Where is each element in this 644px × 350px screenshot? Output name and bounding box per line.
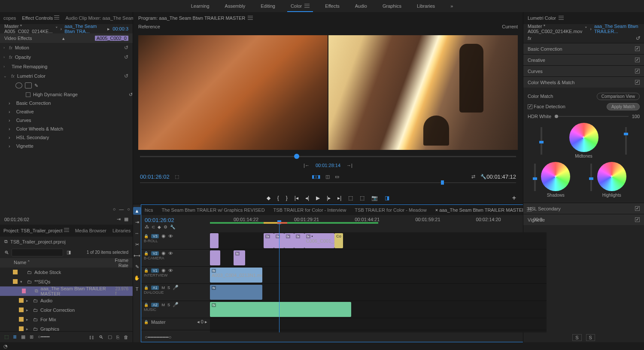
section-toggle[interactable] <box>635 46 640 51</box>
section-basic-correction[interactable]: Basic Correction <box>523 43 644 54</box>
highlights-wheel[interactable] <box>597 162 626 191</box>
expand-icon[interactable]: › <box>3 64 5 69</box>
section-toggle[interactable] <box>635 217 640 222</box>
compare-side-icon[interactable]: ◧◨ <box>312 174 320 180</box>
shadows-luma-slider[interactable] <box>534 164 536 191</box>
sub-hsl-secondary[interactable]: HSL Secondary <box>16 135 49 140</box>
tab-scopes[interactable]: copes <box>3 15 16 21</box>
eye-icon[interactable]: 👁 <box>168 268 173 273</box>
solo-s-button[interactable]: S <box>572 334 581 341</box>
workspace-assembly[interactable]: Assembly <box>217 0 253 12</box>
workspace-color[interactable]: Color <box>283 0 317 12</box>
track-target[interactable]: A1 <box>151 286 159 290</box>
label-swatch[interactable] <box>19 307 24 312</box>
button-editor-icon[interactable]: + <box>512 194 516 202</box>
clip[interactable]: fx ▪ C006_C001_20 <box>304 233 335 248</box>
expand-icon[interactable]: › <box>9 118 10 123</box>
clip[interactable]: fx <box>294 233 304 248</box>
label-swatch[interactable] <box>19 298 24 303</box>
compare-icon[interactable]: ◨ <box>385 195 389 201</box>
toggle-output-icon[interactable]: ◉ <box>161 250 166 256</box>
pen-tool[interactable]: ✎ <box>133 263 141 271</box>
face-detection-checkbox[interactable] <box>528 104 532 109</box>
timeline-ruler[interactable]: 00:01:14:22 00:01:29:21 00:01:44:21 00:0… <box>210 215 547 232</box>
reference-viewer[interactable] <box>138 35 328 150</box>
workspace-audio[interactable]: Audio <box>347 0 375 12</box>
reset-icon[interactable]: ↺ <box>635 35 640 41</box>
new-item-icon[interactable]: ⎘ <box>116 335 119 340</box>
midtones-sat-slider[interactable] <box>625 127 627 155</box>
solo-icon[interactable]: S <box>167 303 170 307</box>
zoom-in-icon[interactable]: ○ <box>127 207 130 212</box>
lock-icon[interactable]: 🔒 <box>144 251 149 256</box>
expand-icon[interactable]: › <box>9 135 10 140</box>
effect-time-remapping[interactable]: Time Remapping <box>12 64 47 69</box>
hand-tool[interactable]: ✋ <box>133 274 141 282</box>
reset-icon[interactable]: ↺ <box>129 92 133 97</box>
sequence-menu-icon[interactable] <box>527 207 532 212</box>
export-frame-icon[interactable]: 📷 <box>371 195 378 201</box>
highlights-luma-slider[interactable] <box>590 164 592 191</box>
track-name[interactable]: DIALOGUE <box>144 290 207 295</box>
section-toggle[interactable] <box>635 206 640 211</box>
voice-icon[interactable]: 🎤 <box>173 285 179 290</box>
sub-vignette[interactable]: Vignette <box>16 143 33 149</box>
clip[interactable]: fx A003_C004_0213N1.mov <box>210 268 262 283</box>
go-to-out-icon[interactable]: ▸| <box>337 195 341 201</box>
toggle-output-icon[interactable]: ◉ <box>161 268 166 273</box>
workspace-libraries[interactable]: Libraries <box>409 0 443 12</box>
chevron-down-icon[interactable]: ˅ <box>585 26 587 32</box>
find-icon[interactable]: 🔍︎ <box>99 335 103 340</box>
track-target[interactable]: V2 <box>151 251 159 256</box>
project-row[interactable]: ▸🗀Audio <box>0 296 133 305</box>
list-view-icon[interactable]: ≣ <box>13 334 17 340</box>
snap-icon[interactable]: ⁂ <box>145 225 149 229</box>
clip[interactable] <box>210 250 220 265</box>
clip[interactable]: fx <box>284 233 295 248</box>
in-icon[interactable]: { <box>277 195 279 201</box>
mute-icon[interactable]: M <box>161 286 165 290</box>
track-target[interactable]: A2 <box>151 303 159 307</box>
comparison-view-button[interactable]: Comparison View <box>597 93 640 100</box>
link-icon[interactable]: ⊂ <box>152 225 155 229</box>
filter-icon[interactable]: ◨ <box>67 250 71 255</box>
disclosure-icon[interactable]: ▸ <box>26 317 30 322</box>
hdr-checkbox[interactable] <box>26 92 30 97</box>
expand-icon[interactable]: › <box>9 143 10 149</box>
section-curves[interactable]: Curves <box>523 65 644 76</box>
reset-icon[interactable]: ↺ <box>124 45 128 51</box>
selection-tool[interactable]: ▲ <box>133 207 141 215</box>
tab-project[interactable]: Project: TSB_Trailer_project <box>3 228 69 233</box>
sequence-tab[interactable]: TSB TRAILER for Color - Meadow <box>355 207 426 213</box>
toggle-output-icon[interactable]: ◉ <box>161 233 166 239</box>
go-to-in-icon[interactable]: |← <box>304 163 310 168</box>
disclosure-icon[interactable]: ▾ <box>20 280 24 284</box>
track-name[interactable]: B-CAMERA <box>144 256 207 260</box>
label-swatch[interactable] <box>13 279 18 284</box>
disclosure-icon[interactable]: ▸ <box>26 308 30 312</box>
reset-icon[interactable]: ↺ <box>124 73 128 79</box>
extract-icon[interactable]: ⬚ <box>360 195 365 201</box>
track-name[interactable]: B-ROLL <box>144 239 207 243</box>
zoom-slider[interactable]: ○━━━━━━━○ <box>145 335 171 340</box>
project-row[interactable]: ⧉aaa_The Seam Btwn TRAILER MASTER23.976 … <box>0 286 133 296</box>
effect-controls-menu-icon[interactable] <box>54 15 59 20</box>
auto-sequence-icon[interactable]: ⫿⫿ <box>89 335 94 340</box>
col-framerate[interactable]: Frame Rate <box>107 258 128 268</box>
search-icon[interactable]: 🔍︎ <box>4 250 9 255</box>
lumetri-master[interactable]: Master * A005_C002_0214KE.mov <box>528 24 582 34</box>
sub-curves[interactable]: Curves <box>16 118 31 123</box>
section-color-wheels[interactable]: Color Wheels & Match <box>523 76 644 88</box>
lock-icon[interactable]: 🔒 <box>144 320 149 324</box>
play-icon[interactable]: ▶ <box>316 195 320 201</box>
ripple-tool[interactable]: ↔ <box>133 229 141 237</box>
razor-tool[interactable]: ✂ <box>133 240 141 248</box>
sequence-tab[interactable]: hics <box>145 207 153 213</box>
chevron-down-icon[interactable]: ˅ <box>55 26 58 32</box>
effect-motion[interactable]: Motion <box>15 45 29 50</box>
workspace-effects[interactable]: Effects <box>317 0 347 12</box>
project-row[interactable]: ▸🗀For Mix <box>0 315 133 324</box>
project-row[interactable]: ▾🗀**SEQs <box>0 277 133 286</box>
tab-media-browser[interactable]: Media Browser <box>75 228 106 233</box>
tab-libraries[interactable]: Libraries <box>112 228 131 233</box>
